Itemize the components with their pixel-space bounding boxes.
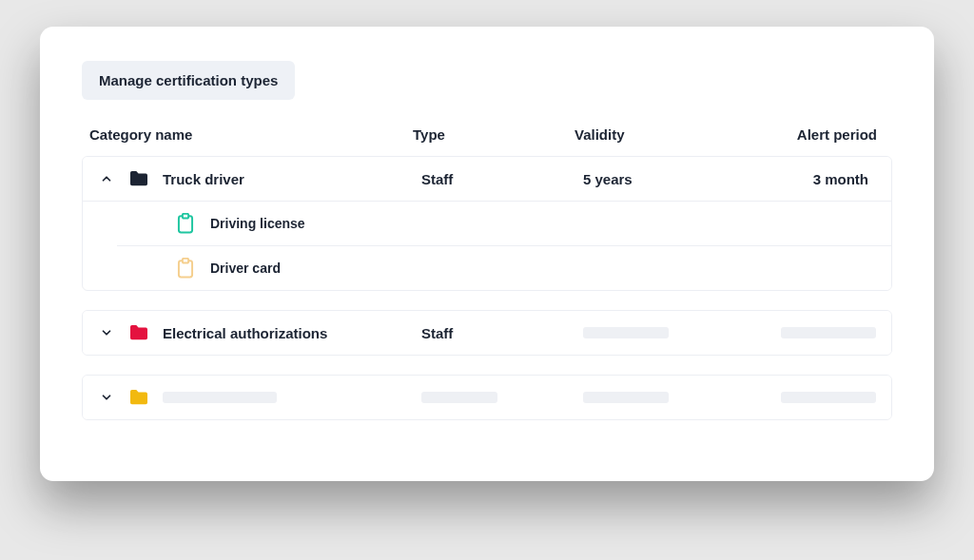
- category-validity: 5 years: [583, 171, 754, 187]
- category-name: Electrical authorizations: [163, 325, 327, 341]
- folder-icon: [128, 170, 149, 187]
- col-category-name: Category name: [89, 126, 413, 143]
- placeholder-bar: [583, 327, 669, 338]
- chevron-down-icon[interactable]: [98, 389, 115, 406]
- svg-rect-3: [183, 259, 188, 263]
- placeholder-bar: [781, 327, 876, 338]
- certification-panel: Manage certification types Category name…: [40, 27, 934, 481]
- cert-item-row[interactable]: Driving license: [117, 202, 891, 246]
- placeholder-bar: [583, 392, 669, 403]
- category-row[interactable]: [83, 376, 891, 419]
- cert-item-label: Driver card: [210, 261, 281, 276]
- folder-icon: [128, 324, 149, 341]
- svg-rect-1: [183, 214, 188, 219]
- col-type: Type: [413, 126, 575, 143]
- col-alert-period: Alert period: [746, 126, 885, 143]
- chevron-up-icon[interactable]: [98, 170, 115, 187]
- category-type: Staff: [421, 325, 583, 341]
- clipboard-icon: [176, 258, 195, 279]
- col-validity: Validity: [575, 126, 746, 143]
- category-group: [82, 375, 892, 420]
- folder-icon: [128, 389, 149, 406]
- cert-item-row[interactable]: Driver card: [117, 246, 891, 290]
- category-row[interactable]: Electrical authorizations Staff: [83, 311, 891, 355]
- category-name: Truck driver: [163, 171, 244, 187]
- placeholder-bar: [781, 392, 876, 403]
- category-row[interactable]: Truck driver Staff 5 years 3 month: [83, 157, 891, 202]
- table-header: Category name Type Validity Alert period: [82, 126, 892, 156]
- category-group: Truck driver Staff 5 years 3 month Drivi…: [82, 156, 892, 291]
- category-group: Electrical authorizations Staff: [82, 310, 892, 356]
- chevron-down-icon[interactable]: [98, 324, 115, 341]
- placeholder-bar: [163, 392, 277, 403]
- cert-item-label: Driving license: [210, 216, 305, 231]
- manage-certification-types-button[interactable]: Manage certification types: [82, 61, 295, 100]
- category-type: Staff: [421, 171, 583, 187]
- category-alert: 3 month: [754, 171, 876, 187]
- clipboard-icon: [176, 213, 195, 234]
- placeholder-bar: [421, 392, 497, 403]
